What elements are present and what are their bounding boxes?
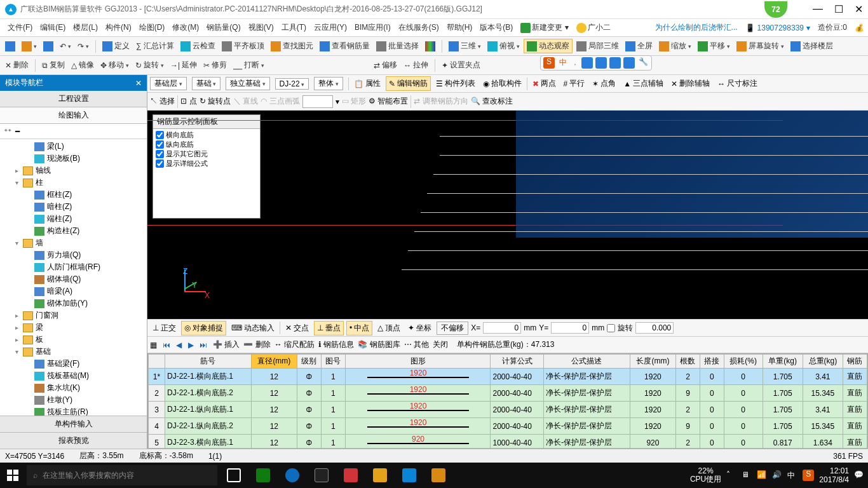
combo-input[interactable] (302, 95, 333, 108)
dynamic-view-button[interactable]: 动态观察 (524, 39, 573, 53)
tree-node[interactable]: 剪力墙(Q) (1, 249, 146, 261)
minimize-button[interactable]: — (813, 3, 823, 15)
cloud-check-button[interactable]: 云检查 (178, 39, 218, 53)
nav-tab-project[interactable]: 工程设置 (0, 91, 147, 107)
tree-node[interactable]: ▸门窗洞 (1, 309, 146, 322)
dimmark-button[interactable]: ↔ 尺寸标注 (715, 77, 760, 90)
rotate-input[interactable] (635, 322, 674, 334)
task-store-icon[interactable] (309, 463, 334, 488)
offset-mode-select[interactable]: 不偏移 (437, 322, 468, 335)
tray-monitor-icon[interactable]: 🖥 (742, 470, 752, 480)
menu-bim[interactable]: BIM应用(I) (351, 20, 395, 36)
phone-label[interactable]: 📱 13907298339 ▾ (745, 24, 810, 32)
task-phone-icon[interactable] (397, 463, 422, 488)
rebar-display-checkbox[interactable]: 横向底筋 (156, 130, 257, 140)
tree-node[interactable]: ▾柱 (1, 177, 146, 189)
mid-button[interactable]: • 中点 (346, 321, 372, 336)
tree-node[interactable]: ▸梁 (1, 322, 146, 334)
delete-button[interactable]: ✕ 删除 (3, 58, 31, 72)
color-button[interactable] (423, 40, 438, 53)
memberlist-button[interactable]: ☰ 构件列表 (433, 77, 478, 90)
tree-node[interactable]: 人防门框墙(RF) (1, 261, 146, 273)
floor-select[interactable]: 基础层 (150, 77, 187, 90)
fullscreen-button[interactable]: 全屏 (623, 39, 655, 53)
toggle-side-icon[interactable]: ▦ (150, 341, 157, 349)
new-change-button[interactable]: 新建变更 ▾ (517, 20, 572, 36)
other-button[interactable]: ⋯ 其他 (404, 339, 429, 350)
tree-node[interactable]: ▸板 (1, 334, 146, 346)
ime-settings-icon[interactable]: 🔧 (637, 57, 649, 69)
grid-wrap[interactable]: 筋号直径(mm)级别图号图形计算公式公式描述长度(mm)根数搭接损耗(%)单重(… (147, 353, 868, 449)
smart-place-button[interactable]: ⚙ 智能布置 (369, 96, 408, 107)
close-table-button[interactable]: 关闭 (433, 339, 448, 350)
menu-draw[interactable]: 绘图(D) (135, 20, 169, 36)
tree-node[interactable]: 梁(L) (1, 140, 146, 152)
ortho-button[interactable]: ⊥ 正交 (150, 322, 179, 335)
threeaux-button[interactable]: ▲ 三点辅轴 (621, 77, 666, 90)
nav-tab-report[interactable]: 报表预览 (0, 432, 147, 449)
menu-modify[interactable]: 修改(M) (168, 20, 203, 36)
rebar-table[interactable]: 筋号直径(mm)级别图号图形计算公式公式描述长度(mm)根数搭接损耗(%)单重(… (148, 354, 867, 449)
move-button[interactable]: ✥ 移动 (98, 58, 132, 72)
maximize-button[interactable]: ☐ (834, 3, 843, 15)
rebar-display-checkbox[interactable]: 显示其它图元 (156, 149, 257, 159)
trim-button[interactable]: ✂ 修剪 (201, 58, 229, 72)
body-select[interactable]: 整体 (314, 77, 343, 90)
rotate-checkbox[interactable] (607, 324, 615, 332)
tray-up-icon[interactable]: ˄ (726, 470, 736, 480)
apex-button[interactable]: △ 顶点 (375, 322, 403, 335)
rotate-point-button[interactable]: ↻ 旋转点 (200, 96, 231, 107)
menu-view[interactable]: 视图(V) (245, 20, 278, 36)
pan-button[interactable]: 平移 (695, 39, 733, 53)
angle-button[interactable]: ✶ 点角 (590, 77, 618, 90)
scale-assign-button[interactable]: ↔ 缩尺配筋 (275, 339, 315, 350)
x-input[interactable] (483, 322, 521, 334)
open-button[interactable] (19, 40, 39, 53)
copy-button[interactable]: ⧉ 复制 (39, 58, 67, 72)
ime-person-icon[interactable] (623, 57, 635, 69)
taskview-button[interactable] (221, 463, 247, 488)
subtype-select[interactable]: 独立基础 (226, 77, 270, 90)
tree-node[interactable]: ▸轴线 (1, 165, 146, 177)
ime-cn-button[interactable]: 中 (557, 57, 569, 69)
threeD-button[interactable]: 三维 (446, 39, 484, 53)
pick-member-button[interactable]: ◉ 拾取构件 (480, 77, 524, 90)
ime-toolbar[interactable]: S 中 ， 🔧 (540, 55, 652, 71)
menu-floor[interactable]: 楼层(L) (69, 20, 102, 36)
tree-node[interactable]: 暗柱(Z) (1, 201, 146, 213)
menu-file[interactable]: 文件(F) (4, 20, 36, 36)
table-row[interactable]: 3DJ-22-1.纵向底筋.112Φ119202000-40-40净长-保护层-… (149, 402, 867, 418)
table-row[interactable]: 4DJ-22-1.纵向底筋.212Φ119202000-40-40净长-保护层-… (149, 418, 867, 435)
user-link[interactable]: 广小二 (573, 20, 614, 36)
rebar-display-checkbox[interactable]: 纵向底筋 (156, 140, 257, 149)
break-button[interactable]: ⎯⎯ 打断 (231, 58, 267, 72)
redo-button[interactable]: ↷ (75, 41, 92, 52)
table-row[interactable]: 1*DJ-22-1.横向底筋.112Φ119202000-40-40净长-保护层… (149, 369, 867, 385)
arc3-button[interactable]: ◠ 三点画弧 (261, 96, 299, 107)
tree-node[interactable]: 砌体墙(Q) (1, 273, 146, 285)
tray-ime-indicator[interactable]: 中 (787, 470, 797, 480)
tree-node[interactable]: 砌体加筋(Y) (1, 297, 146, 309)
tray-notifications-icon[interactable]: 💬 (854, 470, 864, 480)
row-insert-button[interactable]: ➕ 插入 (213, 339, 240, 350)
tree-node[interactable]: ▾墙 (1, 237, 146, 249)
dyninput-button[interactable]: ⌨ 动态输入 (229, 322, 277, 335)
ime-comma-icon[interactable]: ， (571, 57, 579, 69)
next-button[interactable]: ▶ (186, 341, 196, 349)
grip-button[interactable]: ✦ 设置夹点 (439, 58, 483, 72)
rebar-display-panel[interactable]: 钢筋显示控制面板 横向底筋 纵向底筋 显示其它图元 显示详细公式 (153, 114, 261, 219)
table-row[interactable]: 5DJ-22-3.横向底筋.112Φ19201000-40-40净长-保护层-保… (149, 435, 867, 449)
delaux-button[interactable]: ✕ 删除辅轴 (668, 77, 712, 90)
tree-node[interactable]: 框柱(Z) (1, 189, 146, 201)
tree-node[interactable]: 筏板基础(M) (1, 370, 146, 382)
menu-member[interactable]: 构件(N) (102, 20, 135, 36)
task-movies-icon[interactable] (338, 463, 363, 488)
zoom-button[interactable]: 缩放 (656, 39, 694, 53)
rect-button[interactable]: ▭ 矩形 (342, 96, 366, 107)
close-button[interactable]: ✕ (855, 3, 863, 15)
ime-keyboard-icon[interactable] (609, 57, 621, 69)
batch-select-button[interactable]: 批量选择 (374, 39, 421, 53)
nav-tab-draw[interactable]: 绘图输入 (0, 107, 147, 124)
bean-count[interactable]: 造价豆:0 (818, 22, 847, 33)
save-button[interactable] (41, 40, 56, 53)
